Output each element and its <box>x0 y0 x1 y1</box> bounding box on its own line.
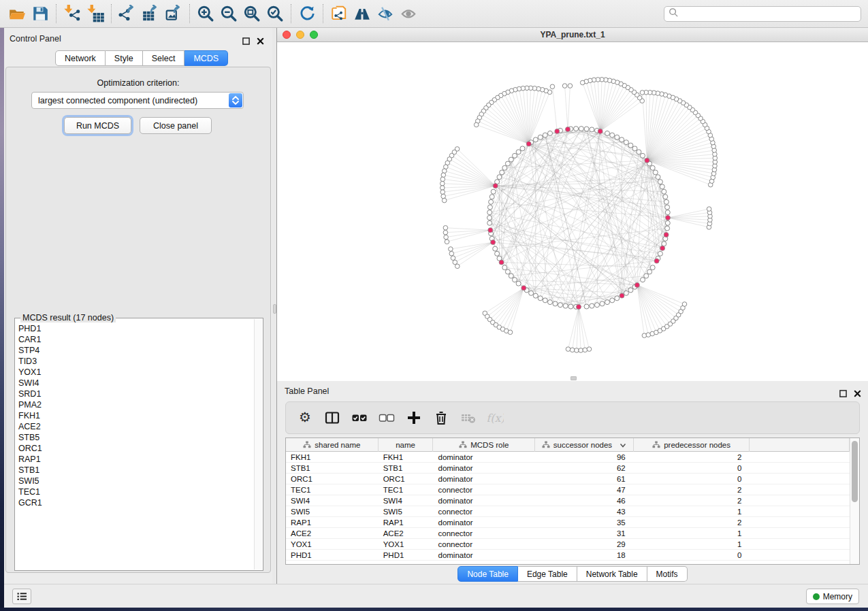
mcds-result-item[interactable]: STP4 <box>18 345 254 356</box>
table-header-row: shared namenameMCDS rolesuccessor nodesp… <box>286 438 850 452</box>
open-icon[interactable] <box>5 3 29 24</box>
table-row[interactable]: SWI5SWI5connector431 <box>286 506 850 517</box>
select-all-checks-icon[interactable] <box>347 406 372 429</box>
table-scrollbar-thumb[interactable] <box>852 441 858 502</box>
tab-network-table[interactable]: Network Table <box>577 566 647 582</box>
desktop-wallpaper-bottom <box>0 608 868 611</box>
mcds-result-item[interactable]: ORC1 <box>18 443 254 454</box>
mcds-result-item[interactable]: RAP1 <box>18 454 254 465</box>
splitter-grip[interactable] <box>273 304 276 314</box>
network-document-icon[interactable] <box>327 3 351 24</box>
column-header-filler[interactable] <box>750 438 850 452</box>
zoom-in-icon[interactable] <box>194 3 217 24</box>
search-input[interactable] <box>679 10 856 19</box>
close-panel-button[interactable]: Close panel <box>140 117 212 134</box>
table-cell: connector <box>433 528 535 538</box>
column-header-successor-nodes[interactable]: successor nodes <box>535 438 634 452</box>
tab-motifs[interactable]: Motifs <box>647 566 688 582</box>
deselect-all-checks-icon[interactable] <box>374 406 399 429</box>
float-table-panel-icon[interactable] <box>839 388 847 400</box>
attributes-gear-icon[interactable]: ⚙ <box>293 406 317 429</box>
hide-selected-eye-icon[interactable] <box>374 3 397 24</box>
table-cell: SWI5 <box>379 506 434 516</box>
mcds-result-item[interactable]: PHD1 <box>18 323 254 334</box>
show-eye-icon[interactable] <box>397 3 420 24</box>
tab-select[interactable]: Select <box>143 50 185 66</box>
optimization-select[interactable]: largest connected component (undirected) <box>31 92 244 109</box>
tab-node-table[interactable]: Node Table <box>457 566 518 582</box>
mcds-result-item[interactable]: GCR1 <box>18 497 254 508</box>
table-cell: YOX1 <box>286 539 379 549</box>
zoom-fit-icon[interactable] <box>240 3 263 24</box>
column-header-predecessor-nodes[interactable]: predecessor nodes <box>634 438 750 452</box>
table-cell: YOX1 <box>379 539 434 549</box>
task-history-button[interactable] <box>12 589 31 604</box>
import-table-icon[interactable] <box>84 3 107 24</box>
search-box[interactable] <box>664 6 861 22</box>
delete-table-icon <box>456 406 481 429</box>
table-row[interactable]: YOX1YOX1connector291 <box>286 539 850 550</box>
tab-mcds[interactable]: MCDS <box>184 50 228 66</box>
table-row[interactable]: TEC1TEC1connector472 <box>286 484 850 495</box>
delete-column-icon[interactable] <box>429 406 453 429</box>
find-binoculars-icon[interactable] <box>351 3 374 24</box>
table-cell: 0 <box>634 474 750 484</box>
export-table-icon[interactable] <box>139 3 162 24</box>
mcds-result-item[interactable]: ACE2 <box>18 421 254 432</box>
table-cell: connector <box>433 539 535 549</box>
column-label: MCDS role <box>470 441 509 449</box>
table-row[interactable]: ACE2ACE2connector311 <box>286 528 850 539</box>
mcds-result-item[interactable]: STB5 <box>18 432 254 443</box>
table-row[interactable]: SWI4SWI4dominator462 <box>286 495 850 506</box>
select-stepper-icon <box>229 93 242 108</box>
tab-edge-table[interactable]: Edge Table <box>518 566 577 582</box>
vertical-splitter[interactable] <box>272 28 277 584</box>
table-row[interactable]: RAP1RAP1dominator352 <box>286 517 850 528</box>
column-label: predecessor nodes <box>664 441 730 449</box>
mcds-result-item[interactable]: FKH1 <box>18 410 254 421</box>
apply-layout-icon[interactable] <box>295 3 319 24</box>
tab-network[interactable]: Network <box>55 50 106 66</box>
close-table-panel-icon[interactable] <box>854 388 861 400</box>
zoom-out-icon[interactable] <box>217 3 240 24</box>
column-header-MCDS-role[interactable]: MCDS role <box>433 438 535 452</box>
network-window-titlebar[interactable]: YPA_prune.txt_1 <box>277 28 868 42</box>
mcds-result-item[interactable]: SWI5 <box>18 476 254 486</box>
mcds-list-scrollbar[interactable] <box>254 319 262 569</box>
column-header-name[interactable]: name <box>379 438 434 452</box>
table-cell <box>750 539 850 549</box>
memory-button[interactable]: Memory <box>806 589 859 604</box>
add-column-icon[interactable] <box>402 406 426 429</box>
table-cell <box>750 528 850 538</box>
export-network-icon[interactable] <box>116 3 139 24</box>
table-row[interactable]: FKH1FKH1dominator962 <box>286 452 850 463</box>
save-icon[interactable] <box>29 3 52 24</box>
mcds-result-item[interactable]: CAR1 <box>18 334 254 345</box>
mcds-result-item[interactable]: SRD1 <box>18 389 254 399</box>
horizontal-splitter-grip[interactable] <box>570 376 577 380</box>
control-panel-title: Control Panel <box>10 34 61 44</box>
column-type-icon <box>652 441 660 450</box>
network-canvas[interactable] <box>277 42 868 381</box>
table-row[interactable]: PHD1PHD1dominator180 <box>286 550 850 561</box>
import-network-icon[interactable] <box>61 3 84 24</box>
close-panel-icon[interactable] <box>257 35 264 48</box>
split-panel-icon[interactable] <box>320 406 344 429</box>
control-panel: Control Panel NetworkStyleSelectMCDS Opt… <box>4 28 272 584</box>
table-row[interactable]: STB1STB1dominator620 <box>286 463 850 474</box>
mcds-result-item[interactable]: TID3 <box>18 356 254 367</box>
mcds-result-item[interactable]: PMA2 <box>18 399 254 410</box>
table-row[interactable]: ORC1ORC1dominator610 <box>286 474 850 484</box>
tab-style[interactable]: Style <box>106 50 143 66</box>
mcds-result-item[interactable]: TEC1 <box>18 486 254 497</box>
export-image-icon[interactable] <box>162 3 185 24</box>
mcds-result-item[interactable]: SWI4 <box>18 378 254 389</box>
float-panel-icon[interactable] <box>242 35 250 48</box>
mcds-result-list[interactable]: PHD1CAR1STP4TID3YOX1SWI4SRD1PMA2FKH1ACE2… <box>15 320 254 570</box>
zoom-selected-icon[interactable] <box>263 3 287 24</box>
mcds-result-item[interactable]: YOX1 <box>18 367 254 378</box>
column-header-shared-name[interactable]: shared name <box>286 438 379 452</box>
mcds-result-item[interactable]: STB1 <box>18 465 254 476</box>
table-scrollbar[interactable] <box>850 438 859 564</box>
run-mcds-button[interactable]: Run MCDS <box>64 117 131 134</box>
